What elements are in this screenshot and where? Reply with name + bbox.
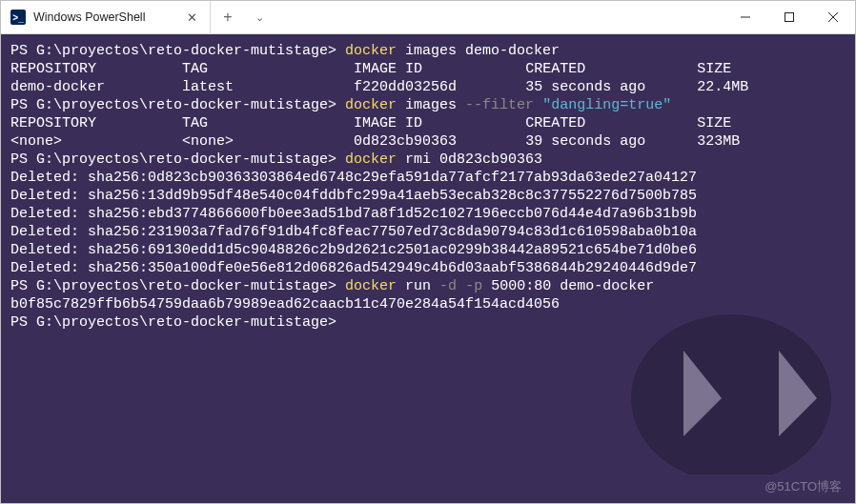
table-header: REPOSITORY TAG IMAGE ID CREATED SIZE <box>10 60 846 78</box>
table-header: REPOSITORY TAG IMAGE ID CREATED SIZE <box>10 114 846 132</box>
terminal-line: PS G:\proyectos\reto-docker-mutistage> d… <box>10 42 846 60</box>
terminal-line: Deleted: sha256:13dd9b95df48e540c04fddbf… <box>10 187 846 205</box>
titlebar: >_ Windows PowerShell ✕ + ⌄ <box>1 1 855 34</box>
tab-label: Windows PowerShell <box>33 10 175 24</box>
terminal-line: b0f85c7829ffb6b54759daa6b79989ead62caacb… <box>10 295 846 313</box>
tab-dropdown-icon[interactable]: ⌄ <box>245 1 274 33</box>
minimize-icon <box>741 12 750 22</box>
watermark: @51CTO博客 <box>764 477 842 495</box>
new-tab-button[interactable]: + <box>211 1 245 33</box>
terminal-line: Deleted: sha256:350a100dfe0e56e812d06826… <box>10 259 846 277</box>
terminal-line: Deleted: sha256:0d823cb90363303864ed6748… <box>10 169 846 187</box>
terminal[interactable]: PS G:\proyectos\reto-docker-mutistage> d… <box>1 34 855 503</box>
terminal-line: PS G:\proyectos\reto-docker-mutistage> d… <box>10 96 846 114</box>
minimize-button[interactable] <box>724 1 767 33</box>
svg-rect-1 <box>785 13 794 22</box>
svg-point-4 <box>631 314 831 474</box>
maximize-icon <box>785 12 794 22</box>
tab-powershell[interactable]: >_ Windows PowerShell ✕ <box>1 1 211 33</box>
window-frame: >_ Windows PowerShell ✕ + ⌄ PS G:\proyec… <box>0 0 856 504</box>
terminal-line: Deleted: sha256:231903a7fad76f91db4fc8fe… <box>10 223 846 241</box>
maximize-button[interactable] <box>767 1 811 33</box>
terminal-line: PS G:\proyectos\reto-docker-mutistage> d… <box>10 151 846 169</box>
close-window-button[interactable] <box>811 1 855 33</box>
terminal-line: PS G:\proyectos\reto-docker-mutistage> <box>10 313 846 332</box>
close-tab-icon[interactable]: ✕ <box>183 9 200 26</box>
window-controls <box>724 1 855 33</box>
terminal-line: Deleted: sha256:69130edd1d5c9048826c2b9d… <box>10 241 846 259</box>
close-icon <box>828 12 838 22</box>
terminal-line: Deleted: sha256:ebd3774866600fb0ee3ad51b… <box>10 205 846 223</box>
table-row: demo-docker latest f220dd03256d 35 secon… <box>10 78 846 96</box>
titlebar-spacer <box>274 1 724 33</box>
terminal-line: PS G:\proyectos\reto-docker-mutistage> d… <box>10 277 846 295</box>
powershell-icon: >_ <box>10 10 26 25</box>
table-row: <none> <none> 0d823cb90363 39 seconds ag… <box>10 132 846 151</box>
